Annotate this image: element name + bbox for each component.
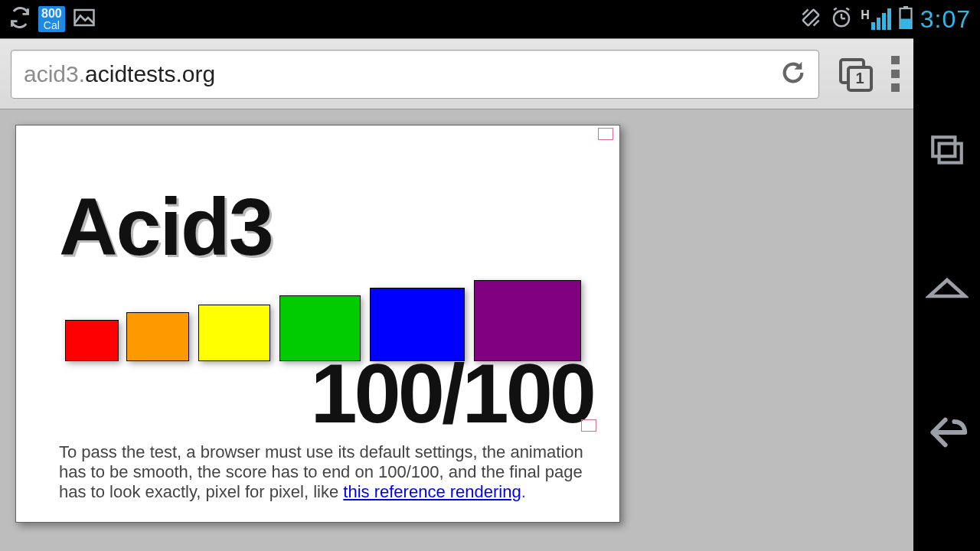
- tabs-button[interactable]: 1: [839, 58, 871, 90]
- tab-count: 1: [847, 66, 873, 92]
- vibrate-icon: [799, 6, 822, 32]
- browser-toolbar: acid3.acidtests.org 1: [0, 39, 913, 109]
- clock: 3:07: [920, 5, 971, 34]
- calories-number: 800: [41, 8, 62, 20]
- page-viewport[interactable]: Acid3 100/100 To pass the test, a browse…: [0, 109, 913, 551]
- calories-badge: 800 Cal: [38, 6, 65, 32]
- box-orange: [126, 312, 189, 361]
- description-tail: .: [521, 482, 526, 501]
- svg-rect-14: [939, 143, 961, 162]
- signal-icon: H: [861, 8, 891, 30]
- url-bar[interactable]: acid3.acidtests.org: [11, 50, 819, 99]
- system-nav-bar: [913, 38, 980, 551]
- sync-icon: [9, 7, 31, 31]
- score: 100/100: [310, 344, 593, 442]
- acid3-card: Acid3 100/100 To pass the test, a browse…: [15, 125, 620, 523]
- corner-box-right: [581, 419, 596, 432]
- corner-box-top: [598, 128, 613, 140]
- reload-icon[interactable]: [780, 60, 806, 89]
- svg-line-3: [814, 21, 819, 26]
- svg-line-2: [803, 9, 808, 15]
- description: To pass the test, a browser must use its…: [59, 442, 589, 502]
- svg-rect-0: [74, 10, 93, 25]
- box-yellow: [198, 305, 270, 361]
- battery-icon: [899, 6, 913, 32]
- color-boxes: [65, 239, 601, 361]
- svg-rect-11: [900, 19, 911, 30]
- alarm-icon: [830, 6, 853, 32]
- browser-window: acid3.acidtests.org 1 Acid3 100: [0, 38, 913, 551]
- network-type: H: [861, 8, 870, 22]
- back-button[interactable]: [926, 411, 969, 457]
- url-subdomain: acid3.: [24, 61, 85, 87]
- gallery-icon: [73, 6, 96, 32]
- svg-line-7: [834, 8, 837, 11]
- home-button[interactable]: [926, 269, 969, 315]
- calories-label: Cal: [41, 20, 62, 31]
- menu-button[interactable]: [891, 56, 900, 92]
- svg-line-8: [846, 8, 849, 11]
- status-bar: 800 Cal H 3:07: [0, 0, 980, 38]
- reference-link[interactable]: this reference rendering: [343, 482, 521, 501]
- svg-rect-13: [933, 137, 955, 156]
- box-red: [65, 320, 119, 361]
- url-domain: acidtests.org: [85, 61, 215, 87]
- recents-button[interactable]: [928, 132, 966, 174]
